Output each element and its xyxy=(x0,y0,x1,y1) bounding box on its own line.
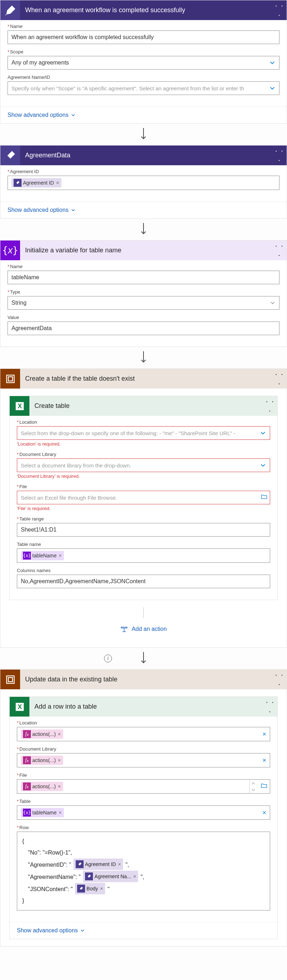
scope-select[interactable]: Any of my agreements xyxy=(8,56,279,70)
step-header[interactable]: Create a table if the table doesn't exis… xyxy=(0,369,287,388)
step-header[interactable]: {x} Initialize a variable for table name… xyxy=(0,240,287,260)
cols-input[interactable]: No,AgreementID,AgreementName,JSONContent xyxy=(17,574,270,588)
location-label: Location xyxy=(17,720,37,725)
cols-label: Columns names xyxy=(17,568,270,573)
file-input[interactable]: fx actions(...) × xyxy=(17,779,270,794)
name-input[interactable]: When an agreement workflow is completed … xyxy=(8,30,279,44)
clear-icon[interactable]: × xyxy=(262,757,266,764)
name-label: Name xyxy=(8,264,22,269)
chevron-down-icon xyxy=(270,300,276,306)
show-advanced-link[interactable]: Show advanced options xyxy=(8,207,76,213)
remove-token-icon[interactable]: × xyxy=(59,810,62,816)
agreement-name-token[interactable]: Agreement Na... × xyxy=(83,871,138,882)
folder-browse-icon[interactable] xyxy=(260,493,268,502)
fx-token[interactable]: fx actions(...) × xyxy=(21,729,63,739)
excel-icon: X xyxy=(10,697,29,716)
show-advanced-link[interactable]: Show advanced options xyxy=(8,112,76,118)
table-input[interactable]: {x} tableName × × xyxy=(17,805,270,820)
step-down-icon xyxy=(250,786,257,793)
remove-token-icon[interactable]: × xyxy=(58,731,61,737)
step-header[interactable]: X Create table · · · xyxy=(10,396,277,416)
step-menu-icon[interactable]: · · · xyxy=(263,698,277,716)
clear-icon[interactable]: × xyxy=(262,730,266,738)
row-input[interactable]: { "No": "=Row()-1", "AgreementID": " Agr… xyxy=(17,832,270,910)
doclib-select[interactable]: Select a document library from the drop-… xyxy=(17,458,270,472)
step-title: Initialize a variable for table name xyxy=(20,247,272,254)
agreement-id-token[interactable]: Agreement ID × xyxy=(73,859,123,870)
agreement-id-label: Agreement Name/ID xyxy=(8,75,279,80)
remove-token-icon[interactable]: × xyxy=(58,757,61,763)
svg-rect-0 xyxy=(6,375,14,382)
step-title: Create a table if the table doesn't exis… xyxy=(20,375,272,382)
step-create-table-scope: Create a table if the table doesn't exis… xyxy=(0,369,287,648)
file-label: File xyxy=(17,484,27,489)
tablename-input[interactable]: {x} tableName × xyxy=(17,549,270,563)
agreement-select[interactable]: Specify only when "Scope" is "A specific… xyxy=(8,81,279,95)
step-menu-icon[interactable]: · · · xyxy=(272,241,287,260)
remove-token-icon[interactable]: × xyxy=(58,784,61,789)
adobe-icon xyxy=(14,179,22,187)
fx-icon: fx xyxy=(23,783,31,791)
file-stepper[interactable] xyxy=(249,780,257,793)
scope-icon xyxy=(0,670,20,689)
name-input[interactable]: tableName xyxy=(8,270,279,284)
fx-token[interactable]: fx actions(...) × xyxy=(21,782,63,791)
body-token[interactable]: Body × xyxy=(75,883,105,894)
name-label: Name xyxy=(8,24,22,29)
step-menu-icon[interactable]: · · · xyxy=(272,670,287,689)
file-label: File xyxy=(17,772,27,778)
svg-rect-8 xyxy=(6,676,14,683)
step-title: AgreementData xyxy=(20,152,272,159)
show-advanced-link[interactable]: Show advanced options xyxy=(17,927,85,934)
step-header[interactable]: X Add a row into a table · · · xyxy=(10,697,277,716)
location-input[interactable]: fx actions(...) × × xyxy=(17,727,270,741)
doclib-input[interactable]: fx actions(...) × × xyxy=(17,753,270,767)
location-select[interactable]: Select from the drop-down or specify one… xyxy=(17,426,270,440)
step-header[interactable]: When an agreement workflow is completed … xyxy=(0,0,287,20)
remove-token-icon[interactable]: × xyxy=(100,884,103,894)
step-trigger: When an agreement workflow is completed … xyxy=(0,0,287,124)
remove-token-icon[interactable]: × xyxy=(133,872,136,881)
step-menu-icon[interactable]: · · · xyxy=(263,397,277,415)
step-header[interactable]: AgreementData · · · xyxy=(0,146,287,165)
remove-token-icon[interactable]: × xyxy=(56,180,59,186)
flow-arrow xyxy=(0,124,287,145)
svg-rect-1 xyxy=(8,377,13,381)
step-init-variable: {x} Initialize a variable for table name… xyxy=(0,240,287,347)
range-input[interactable]: Sheet1!A1:D1 xyxy=(17,523,270,536)
svg-rect-5 xyxy=(121,627,128,628)
type-select[interactable]: String xyxy=(8,296,279,310)
clear-icon[interactable]: × xyxy=(262,809,266,816)
doclib-label: Document Library xyxy=(17,746,56,752)
info-icon[interactable]: i xyxy=(104,654,112,662)
agreement-id-token[interactable]: Agreement ID × xyxy=(11,178,61,188)
step-header[interactable]: Update data in the existing table · · · xyxy=(0,670,287,689)
location-label: Location xyxy=(17,419,37,425)
flow-arrow: i xyxy=(0,648,287,669)
remove-token-icon[interactable]: × xyxy=(118,859,121,869)
doclib-label: Document Library xyxy=(17,452,56,457)
step-title: When an agreement workflow is completed … xyxy=(20,6,272,14)
location-error: 'Location' is required. xyxy=(17,441,270,447)
adobe-icon xyxy=(0,146,20,165)
range-label: Table range xyxy=(17,516,44,522)
step-menu-icon[interactable]: · · · xyxy=(272,1,287,20)
agreement-id-input[interactable]: Agreement ID × xyxy=(8,176,279,190)
step-agreement-data: AgreementData · · · Agreement ID Agreeme… xyxy=(0,145,287,219)
flow-arrow xyxy=(0,347,287,369)
scope-label: Scope xyxy=(8,49,23,54)
step-menu-icon[interactable]: · · · xyxy=(272,146,287,165)
scope-icon xyxy=(0,369,20,388)
remove-token-icon[interactable]: × xyxy=(59,553,62,558)
tablename-token[interactable]: {x} tableName × xyxy=(21,551,64,560)
add-action-button[interactable]: Add an action xyxy=(120,625,167,633)
fx-token[interactable]: fx actions(...) × xyxy=(21,756,63,765)
folder-browse-icon[interactable] xyxy=(260,782,268,791)
step-update-table-scope: Update data in the existing table · · · … xyxy=(0,669,287,947)
tablename-token[interactable]: {x} tableName × xyxy=(21,808,64,817)
step-menu-icon[interactable]: · · · xyxy=(272,369,287,388)
value-input[interactable]: AgreementData xyxy=(8,321,279,335)
step-up-icon xyxy=(250,780,257,786)
file-input[interactable]: Select an Excel file through File Browse… xyxy=(17,491,270,504)
svg-text:X: X xyxy=(18,703,22,710)
